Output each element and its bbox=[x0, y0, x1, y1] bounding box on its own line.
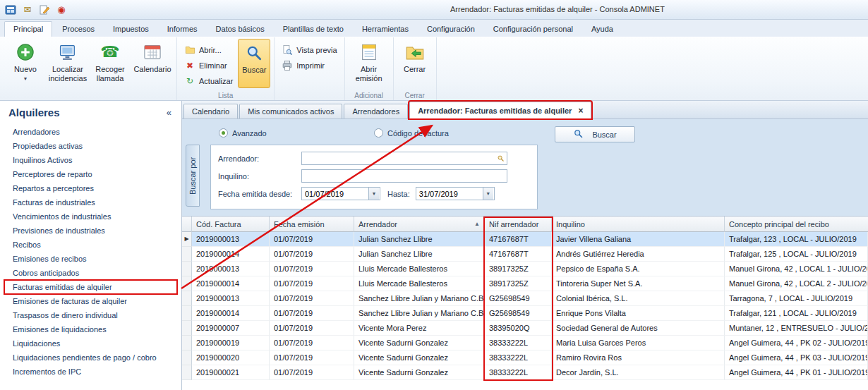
sidebar-item-emisiones-de-liquidaciones[interactable]: Emisiones de liquidaciones bbox=[4, 322, 177, 336]
table-row[interactable]: 201900002001/07/2019Vicente Sadurni Gonz… bbox=[182, 351, 868, 365]
grid-cell[interactable]: 01/07/2019 bbox=[270, 351, 354, 365]
grid-cell[interactable]: 2019000007 bbox=[192, 321, 270, 336]
recoger-llamada-button[interactable]: ☎ Recoger llamada bbox=[90, 39, 131, 88]
grid-cell[interactable]: 38395020Q bbox=[485, 321, 552, 336]
sidebar-item-liquidaciones-pendientes-de-pago-cobro[interactable]: Liquidaciones pendientes de pago / cobro bbox=[4, 351, 177, 365]
grid-cell[interactable]: Decor Jardín, S.L. bbox=[552, 365, 725, 380]
table-row[interactable]: 201900001301/07/2019Lluis Mercade Balles… bbox=[182, 262, 868, 276]
row-selector[interactable] bbox=[182, 291, 192, 306]
table-row[interactable]: 201900001401/07/2019Sanchez Llibre Julia… bbox=[182, 306, 868, 321]
grid-cell[interactable]: Enrique Pons Vilalta bbox=[552, 306, 725, 321]
sidebar-item-liquidaciones[interactable]: Liquidaciones bbox=[4, 336, 177, 351]
inquilino-input[interactable] bbox=[301, 169, 507, 183]
grid-cell[interactable]: Vicente Sadurni Gonzalez bbox=[354, 336, 485, 351]
table-row[interactable]: 201900002101/07/2019Vicente Sadurni Gonz… bbox=[182, 365, 868, 380]
doc-tab-calendario[interactable]: Calendario bbox=[183, 104, 238, 118]
grid-cell[interactable]: Andrés Gutiérrez Heredia bbox=[552, 247, 725, 262]
app-icon[interactable] bbox=[4, 4, 17, 16]
grid-cell[interactable]: 2019000013 bbox=[192, 262, 270, 276]
grid-cell[interactable]: Vicente Mora Perez bbox=[354, 321, 485, 336]
table-row[interactable]: 201900001301/07/2019Sanchez Llibre Julia… bbox=[182, 291, 868, 306]
grid-cell[interactable]: Vicente Sadurni Gonzalez bbox=[354, 365, 485, 380]
grid-cell[interactable]: Angel Guimera, 44 , PK 02 - JULIO/2019 bbox=[725, 336, 868, 351]
row-selector[interactable] bbox=[182, 321, 192, 336]
grid-cell[interactable]: Angel Guimera, 44 , PK 01 - JULIO/2019 bbox=[725, 365, 868, 380]
sidebar-item-previsiones-de-industriales[interactable]: Previsiones de industriales bbox=[4, 224, 177, 238]
menu-tab-plantillas-de-texto[interactable]: Plantillas de texto bbox=[275, 22, 352, 37]
grid-cell[interactable]: Trafalgar, 123 , LOCAL - JULIO/2019 bbox=[725, 232, 868, 247]
grid-cell[interactable]: 01/07/2019 bbox=[270, 232, 354, 247]
column-header-arrendador[interactable]: Arrendador▲ bbox=[354, 217, 485, 232]
row-selector[interactable] bbox=[182, 262, 192, 276]
menu-tab-herramientas[interactable]: Herramientas bbox=[354, 22, 417, 37]
grid-cell[interactable]: 47167687T bbox=[485, 247, 552, 262]
grid-cell[interactable]: 01/07/2019 bbox=[270, 291, 354, 306]
grid-cell[interactable]: 01/07/2019 bbox=[270, 365, 354, 380]
grid-cell[interactable]: 38917325Z bbox=[485, 262, 552, 276]
menu-tab-informes[interactable]: Informes bbox=[159, 22, 206, 37]
grid-cell[interactable]: 2019000013 bbox=[192, 291, 270, 306]
doc-tab-arrendadores[interactable]: Arrendadores bbox=[344, 104, 408, 118]
collapse-sidebar-icon[interactable]: « bbox=[167, 107, 171, 118]
menu-tab-procesos[interactable]: Procesos bbox=[54, 22, 103, 37]
hasta-input[interactable]: ▼ bbox=[416, 187, 495, 200]
grid-cell[interactable]: 01/07/2019 bbox=[270, 306, 354, 321]
grid-cell[interactable]: Sanchez Llibre Julian y Mariano C.B. bbox=[354, 291, 485, 306]
row-selector[interactable] bbox=[182, 306, 192, 321]
column-header-inquilino[interactable]: Inquilino bbox=[552, 217, 725, 232]
abrir-emision-button[interactable]: Abrir emisión bbox=[349, 39, 390, 88]
localizar-incidencias-button[interactable]: Localizar incidencias bbox=[47, 39, 88, 88]
menu-tab-impuestos[interactable]: Impuestos bbox=[104, 22, 157, 37]
calendario-button[interactable]: Calendario bbox=[132, 39, 173, 88]
close-tab-icon[interactable]: × bbox=[578, 106, 583, 116]
imprimir-button[interactable]: Imprimir bbox=[278, 59, 340, 72]
sidebar-item-emisiones-de-recibos[interactable]: Emisiones de recibos bbox=[4, 252, 177, 266]
grid-cell[interactable]: 01/07/2019 bbox=[270, 247, 354, 262]
grid-cell[interactable]: 01/07/2019 bbox=[270, 336, 354, 351]
column-header-concepto-principal-del-recibo[interactable]: Concepto principal del recibo bbox=[725, 217, 868, 232]
fecha-desde-input[interactable]: ▼ bbox=[301, 187, 380, 200]
row-selector[interactable] bbox=[182, 336, 192, 351]
grid-cell[interactable]: Manuel Girona, 42 , LOCAL 2 - JULIO/2019 bbox=[725, 276, 868, 291]
grid-cell[interactable]: Vicente Sadurni Gonzalez bbox=[354, 351, 485, 365]
grid-cell[interactable]: G25698549 bbox=[485, 291, 552, 306]
grid-cell[interactable]: G25698549 bbox=[485, 306, 552, 321]
row-selector[interactable]: ▶ bbox=[182, 232, 192, 247]
grid-cell[interactable]: Lluis Mercade Ballesteros bbox=[354, 262, 485, 276]
grid-cell[interactable]: 2019000019 bbox=[192, 336, 270, 351]
grid-cell[interactable]: Ramiro Rovira Ros bbox=[552, 351, 725, 365]
grid-cell[interactable]: 38333222L bbox=[485, 336, 552, 351]
column-header-cód-factura[interactable]: Cód. Factura bbox=[192, 217, 270, 232]
row-selector[interactable] bbox=[182, 365, 192, 380]
feed-icon[interactable]: ◉ bbox=[55, 4, 68, 16]
grid-cell[interactable]: Trafalgar, 125 , LOCAL - JULIO/2019 bbox=[725, 247, 868, 262]
grid-cell[interactable]: 2019000020 bbox=[192, 351, 270, 365]
doc-tab-mis-comunicados-activos[interactable]: Mis comunicados activos bbox=[239, 104, 342, 118]
menu-tab-datos-básicos[interactable]: Datos básicos bbox=[207, 22, 273, 37]
grid-cell[interactable]: 38333222L bbox=[485, 351, 552, 365]
sidebar-item-vencimientos-de-industriales[interactable]: Vencimientos de industriales bbox=[4, 209, 177, 224]
arrendador-input[interactable] bbox=[301, 152, 507, 165]
buscar-button[interactable]: Buscar bbox=[555, 126, 635, 142]
grid-cell[interactable]: 38917325Z bbox=[485, 276, 552, 291]
grid-cell[interactable]: 2019000014 bbox=[192, 276, 270, 291]
grid-cell[interactable]: Colonial Ibérica, S.L. bbox=[552, 291, 725, 306]
mail-icon[interactable]: ✉ bbox=[21, 4, 34, 16]
row-selector[interactable] bbox=[182, 351, 192, 365]
grid-cell[interactable]: 01/07/2019 bbox=[270, 321, 354, 336]
grid-cell[interactable]: Manuel Girona, 42 , LOCAL 1 - JULIO/2019 bbox=[725, 262, 868, 276]
grid-cell[interactable]: Sanchez Llibre Julian y Mariano C.B. bbox=[354, 306, 485, 321]
grid-cell[interactable]: Muntaner, 12 , ENTRESUELO - JULIO/2019 bbox=[725, 321, 868, 336]
lookup-icon[interactable] bbox=[495, 153, 506, 164]
grid-cell[interactable]: 2019000013 bbox=[192, 232, 270, 247]
grid-cell[interactable]: Pepsico de España S.A. bbox=[552, 262, 725, 276]
menu-tab-principal[interactable]: Principal bbox=[4, 21, 52, 37]
vista-previa-button[interactable]: Vista previa bbox=[278, 43, 340, 56]
sidebar-item-cobros-anticipados[interactable]: Cobros anticipados bbox=[4, 266, 177, 280]
grid-cell[interactable]: Angel Guimera, 44 , PK 03 - JULIO/2019 bbox=[725, 351, 868, 365]
table-row[interactable]: 201900000701/07/2019Vicente Mora Perez38… bbox=[182, 321, 868, 336]
actualizar-button[interactable]: ↻ Actualizar bbox=[181, 74, 236, 87]
abrir-button[interactable]: Abrir... bbox=[181, 43, 236, 56]
radio-codigo-factura[interactable]: Código de factura bbox=[374, 128, 449, 138]
grid-cell[interactable]: Tarragona, 7 , LOCAL - JULIO/2019 bbox=[725, 291, 868, 306]
